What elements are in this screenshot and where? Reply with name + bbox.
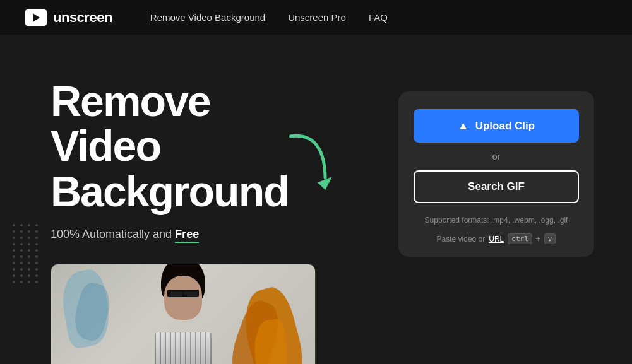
upload-panel: ▲ Upload Clip or Search GIF Supported fo…: [398, 91, 594, 257]
decoration-dot: [13, 281, 15, 283]
nav-link-faq[interactable]: FAQ: [369, 12, 388, 23]
decoration-dot: [28, 224, 30, 226]
decoration-dot: [13, 268, 15, 271]
play-triangle-icon: [33, 13, 40, 22]
decoration-dot: [28, 255, 30, 258]
decoration-dot: [35, 237, 38, 239]
decoration-dot: [35, 230, 38, 233]
upload-clip-button[interactable]: ▲ Upload Clip: [414, 109, 579, 143]
decoration-dot: [20, 268, 23, 271]
hero-title: Remove Video Background: [51, 79, 316, 214]
video-preview-inner: [51, 264, 315, 364]
hero-subtitle-text: 100% Automatically and: [51, 228, 175, 240]
hero-left: Remove Video Background 100% Automatical…: [51, 73, 398, 364]
nav-item-faq[interactable]: FAQ: [369, 12, 388, 23]
decoration-dot: [13, 249, 15, 252]
video-preview: [51, 264, 316, 364]
decoration-dot: [20, 281, 23, 283]
shirt-stripes: [155, 332, 212, 364]
hero-title-line2: Background: [51, 167, 289, 215]
decoration-dot: [35, 249, 38, 252]
search-gif-button[interactable]: Search GIF: [414, 170, 579, 203]
decoration-dot: [28, 274, 30, 277]
decoration-dot: [13, 243, 15, 245]
decoration-dot: [20, 230, 23, 233]
decoration-dot: [28, 249, 30, 252]
logo-icon: [25, 9, 47, 26]
hero-subtitle: 100% Automatically and Free: [51, 228, 398, 241]
decoration-dot: [20, 224, 23, 226]
paste-section: Paste video or URL ctrl + v: [414, 233, 579, 244]
decoration-dot: [13, 230, 15, 233]
sunglass-right: [184, 291, 198, 296]
logo-link[interactable]: unscreen: [25, 9, 112, 26]
decoration-dot: [35, 243, 38, 245]
decoration-dot: [13, 237, 15, 239]
decoration-dot: [13, 274, 15, 277]
nav-link-unscreen-pro[interactable]: Unscreen Pro: [288, 12, 346, 23]
nav-item-remove-video-bg[interactable]: Remove Video Background: [150, 12, 265, 23]
paste-url-link[interactable]: URL: [489, 235, 504, 244]
person-hair: [161, 264, 205, 307]
paste-prefix-text: Paste video or: [437, 235, 486, 244]
decoration-dot: [28, 281, 30, 283]
decoration-dot: [13, 262, 15, 264]
hero-section: Remove Video Background 100% Automatical…: [0, 35, 632, 364]
dots-decoration: [13, 224, 39, 283]
decoration-dot: [28, 243, 30, 245]
decoration-dot: [28, 262, 30, 264]
upload-icon: ▲: [458, 119, 469, 132]
decoration-dot: [35, 224, 38, 226]
decoration-dot: [13, 224, 15, 226]
nav-links: Remove Video Background Unscreen Pro FAQ: [150, 12, 388, 23]
decoration-dot: [28, 237, 30, 239]
decoration-dot: [20, 274, 23, 277]
decoration-dot: [35, 255, 38, 258]
decoration-dot: [20, 243, 23, 245]
decoration-dot: [35, 268, 38, 271]
logo-text: unscreen: [53, 9, 112, 26]
decoration-dot: [20, 255, 23, 258]
decoration-dot: [20, 262, 23, 264]
decoration-dot: [20, 237, 23, 239]
sunglass-left: [169, 291, 182, 296]
decoration-dot: [28, 230, 30, 233]
or-divider: or: [414, 151, 579, 161]
search-gif-label: Search GIF: [468, 180, 525, 192]
nav-link-remove-video-bg[interactable]: Remove Video Background: [150, 12, 265, 23]
hero-subtitle-bold: Free: [175, 228, 199, 243]
navbar: unscreen Remove Video Background Unscree…: [0, 0, 632, 35]
hero-title-line1: Remove Video: [51, 77, 210, 170]
person-figure: [155, 264, 212, 364]
decoration-dot: [35, 262, 38, 264]
decoration-dot: [13, 255, 15, 258]
nav-item-unscreen-pro[interactable]: Unscreen Pro: [288, 12, 346, 23]
or-text: or: [492, 151, 500, 161]
upload-btn-label: Upload Clip: [475, 120, 535, 132]
decoration-dot: [28, 268, 30, 271]
kbd-v: v: [544, 233, 556, 244]
curved-arrow-icon: [271, 129, 347, 200]
decoration-dot: [20, 249, 23, 252]
arrow-container: [278, 136, 341, 195]
hero-right: ▲ Upload Clip or Search GIF Supported fo…: [398, 91, 594, 257]
supported-formats-text: Supported formats: .mp4, .webm, .ogg, .g…: [414, 216, 579, 225]
person-sunglasses: [167, 290, 199, 297]
plus-sign: +: [536, 235, 540, 244]
person-face: [164, 276, 202, 320]
kbd-ctrl: ctrl: [508, 233, 532, 244]
person-torso: [155, 332, 212, 364]
decoration-dot: [35, 281, 38, 283]
decoration-dot: [35, 274, 38, 277]
